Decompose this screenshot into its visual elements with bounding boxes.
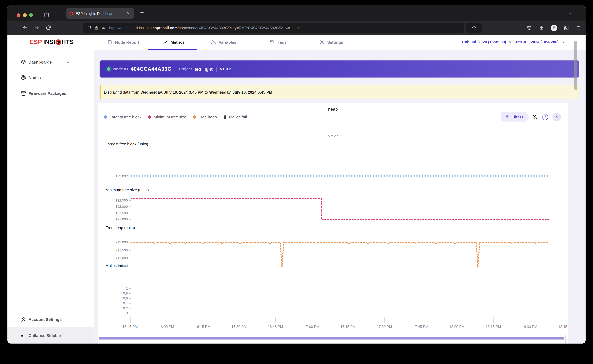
screenshot-stage: ESP Insights Dashboard ✕ + <box>0 0 593 364</box>
chart-plot-malloc-fail[interactable]: 10.80.60.40.20 <box>130 270 566 316</box>
legend-item-malloc-fail[interactable]: Malloc fail <box>224 115 247 119</box>
x-tick-mark <box>348 317 348 323</box>
new-tab-button[interactable]: + <box>140 9 144 16</box>
menu-hamburger-icon[interactable] <box>576 25 581 31</box>
tab-overview-icon[interactable] <box>43 12 50 18</box>
zoom-in-icon[interactable] <box>532 114 538 120</box>
chart-group-title: heap <box>98 107 568 112</box>
logo-esp: ESP <box>30 39 42 46</box>
tab-node-report[interactable]: Node Report <box>107 35 139 50</box>
lock-icon[interactable] <box>94 26 99 30</box>
toolbar-right-icons: P <box>527 23 581 33</box>
chart-controls: Filters ? <box>501 112 561 122</box>
x-tick-label: 16:45 PM <box>268 325 283 329</box>
y-tick-label: 191,000 <box>115 217 128 221</box>
tab-variables[interactable]: Variables <box>211 35 236 50</box>
shield-icon[interactable] <box>87 26 91 30</box>
y-tick-label: 172,032 <box>115 174 128 178</box>
extensions-puzzle-icon[interactable] <box>564 25 569 31</box>
y-tick-label: 0 <box>126 311 128 315</box>
browser-vertical-scrollbar-thumb[interactable] <box>574 41 577 90</box>
minimize-window-button[interactable] <box>23 13 27 17</box>
x-tick-mark <box>239 317 239 323</box>
back-icon[interactable] <box>22 25 28 31</box>
tab-label: Metrics <box>170 40 185 45</box>
collapse-panel-chevron-up-icon[interactable] <box>552 113 561 121</box>
date-range-end: 10th Jul, 2024 (18:45:00) <box>514 40 559 44</box>
y-tick-label: 192,000 <box>115 205 128 208</box>
profile-avatar[interactable]: P <box>551 25 557 31</box>
sidebar-item-dashboards[interactable]: Dashboards <box>7 56 94 68</box>
app-body: Dashboards Nodes Firmware Packages Accou… <box>7 50 586 344</box>
y-tick-label: 0.8 <box>123 292 128 295</box>
pocket-icon[interactable] <box>527 25 532 31</box>
collapse-sidebar-button[interactable]: « Collapse Sidebar <box>7 327 94 344</box>
chart-plot-minimum-free-size[interactable]: 192,500192,000191,500191,000 <box>130 195 566 224</box>
legend-dot <box>104 115 107 119</box>
y-tick-mark <box>129 242 131 243</box>
horizontal-scrollbar-thumb[interactable] <box>99 337 564 339</box>
chart-plot-free-heap[interactable]: 212,000211,500211,000210,500 <box>130 233 566 268</box>
tab-settings[interactable]: Settings <box>319 35 343 50</box>
tab-metrics[interactable]: Metrics <box>163 35 185 50</box>
browser-tab[interactable]: ESP Insights Dashboard ✕ <box>66 8 134 19</box>
legend-label: Largest free block <box>110 115 142 119</box>
url-prefix: https://dashboard.insights. <box>109 26 153 30</box>
x-tick-label: 17:30 PM <box>377 325 392 329</box>
y-tick-mark <box>129 176 131 176</box>
playback-timer: -:--:-- <box>98 133 568 138</box>
forward-icon[interactable] <box>33 25 40 31</box>
legend-item-free-heap[interactable]: Free heap <box>193 115 217 119</box>
url-bar[interactable]: https://dashboard.insights.espressif.com… <box>83 23 464 33</box>
y-tick-mark <box>129 298 131 299</box>
x-tick-label: 18:30 PM <box>522 325 537 329</box>
chevron-down-icon[interactable] <box>66 60 70 64</box>
bookmark-star-icon[interactable] <box>466 23 482 33</box>
person-icon <box>20 316 26 322</box>
browser-titlebar: ESP Insights Dashboard ✕ + <box>7 5 586 21</box>
sidebar-item-firmware-packages[interactable]: Firmware Packages <box>7 87 94 99</box>
x-tick-mark <box>166 317 167 323</box>
close-window-button[interactable] <box>17 13 20 17</box>
sidebar-item-label: Nodes <box>29 75 41 80</box>
horizontal-scrollbar-track[interactable] <box>98 335 566 344</box>
filters-button[interactable]: Filters <box>501 112 528 122</box>
chart-plot-largest-free-block[interactable]: 172,032 <box>130 151 566 183</box>
chip-icon <box>20 75 26 80</box>
reload-icon[interactable] <box>45 25 52 31</box>
url-text[interactable]: https://dashboard.insights.espressif.com… <box>109 26 302 30</box>
sidebar-item-account-settings[interactable]: Account Settings <box>7 313 94 325</box>
tabs-dropdown-chevron-icon[interactable] <box>567 11 573 15</box>
sidebar-item-nodes[interactable]: Nodes <box>7 71 94 84</box>
chart-title-malloc-fail: Malloc fail <box>105 264 123 268</box>
zoom-window-button[interactable] <box>29 13 33 17</box>
double-chevron-left-icon: « <box>20 333 23 338</box>
permissions-icon[interactable] <box>101 25 106 30</box>
legend-item-largest-free-block[interactable]: Largest free block <box>104 115 142 119</box>
date-range-picker[interactable]: 10th Jul, 2024 (15:45:00) > 10th Jul, 20… <box>462 35 566 50</box>
tab-title: ESP Insights Dashboard <box>76 12 123 15</box>
chart-title-minimum-free-size: Minimum free size (units) <box>105 188 149 192</box>
tab-tags[interactable]: Tags <box>269 35 287 50</box>
x-tick-mark <box>421 317 421 323</box>
y-tick-mark <box>129 258 131 258</box>
x-tick-mark <box>312 317 312 323</box>
esp-insights-logo[interactable]: ESPINSIHTS <box>30 39 74 46</box>
info-connector: to <box>205 90 208 94</box>
x-tick-mark <box>203 317 203 323</box>
download-icon[interactable] <box>539 25 544 31</box>
sidebar-item-label: Account Settings <box>29 317 62 322</box>
collapse-sidebar-label: Collapse Sidebar <box>29 333 61 338</box>
y-tick-label: 0.2 <box>123 306 128 310</box>
help-icon[interactable]: ? <box>542 114 548 120</box>
archive-box-icon <box>20 90 26 96</box>
y-tick-mark <box>129 308 131 308</box>
chevron-down-icon <box>561 40 566 44</box>
tab-close-icon[interactable]: ✕ <box>126 11 131 16</box>
date-range-separator: > <box>509 40 511 44</box>
legend-item-minimum-free-size[interactable]: Minimum free size <box>148 115 186 119</box>
x-tick-mark <box>457 317 457 323</box>
chart-title-free-heap: Free heap (units) <box>105 226 135 230</box>
y-tick-label: 211,500 <box>116 248 128 252</box>
legend-dot <box>224 115 226 119</box>
